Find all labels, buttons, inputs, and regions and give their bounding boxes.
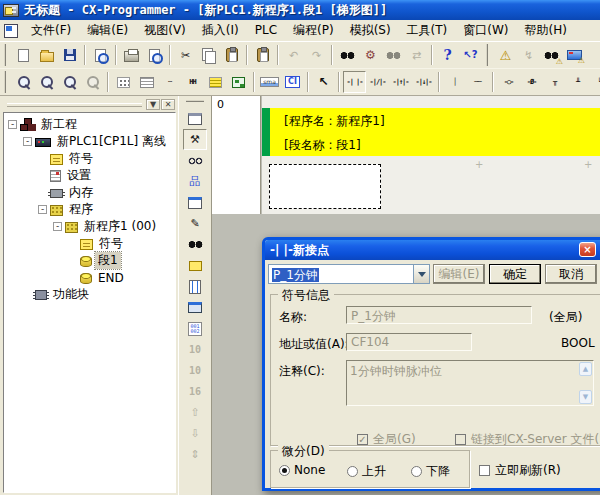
- show-rung-numbers-button[interactable]: 001 002: [183, 318, 207, 339]
- tree-item-symbols[interactable]: 符号: [4, 150, 175, 167]
- contact-name-combobox[interactable]: P_1分钟: [268, 264, 430, 284]
- paste-program-button[interactable]: [251, 44, 274, 66]
- cascade-windows-button[interactable]: [183, 108, 207, 129]
- menu-edit[interactable]: 编辑(E): [79, 21, 136, 39]
- toggle-grid-button[interactable]: [112, 71, 135, 93]
- zoom-to-fit-button[interactable]: [12, 71, 35, 93]
- differential-group: 微分(D) None 上升 下降: [270, 450, 470, 488]
- tree-item-function-blocks[interactable]: 功能块: [4, 286, 175, 303]
- change-address-button[interactable]: ⚙: [359, 44, 382, 66]
- tree-item-end[interactable]: END: [4, 269, 175, 286]
- new-project-button[interactable]: [12, 44, 35, 66]
- menu-insert[interactable]: 插入(I): [194, 21, 247, 39]
- menu-program[interactable]: 编程(P): [285, 21, 342, 39]
- differential-up-radio[interactable]: 上升: [347, 463, 386, 480]
- tree-item-memory[interactable]: 内存: [4, 184, 175, 201]
- expander-program1[interactable]: -: [53, 222, 62, 231]
- tree-item-programs[interactable]: -程序: [4, 201, 175, 218]
- tree-item-section1[interactable]: 段1: [4, 252, 175, 269]
- menu-plc[interactable]: PLC: [247, 21, 285, 39]
- save-project-button[interactable]: [58, 44, 81, 66]
- help-button[interactable]: ?: [436, 44, 459, 66]
- new-coil-button[interactable]: -○-: [497, 71, 520, 93]
- page-setup-button[interactable]: [89, 44, 112, 66]
- menu-view[interactable]: 视图(V): [136, 21, 194, 39]
- tree-item-program1[interactable]: -新程序1 (00): [4, 218, 175, 235]
- menu-window[interactable]: 窗口(W): [455, 21, 516, 39]
- expander-plc[interactable]: -: [23, 137, 32, 146]
- toggle-rung-wrap-button[interactable]: HH: [181, 71, 204, 93]
- toggle-rung-comments-button[interactable]: [135, 71, 158, 93]
- new-contact-button[interactable]: -| |-: [343, 71, 366, 93]
- toggle-annotations-button[interactable]: ┄: [158, 71, 181, 93]
- new-reset-coil-button[interactable]: ╨: [566, 71, 589, 93]
- ladder-page-button[interactable]: [183, 276, 207, 297]
- copy-button[interactable]: [197, 44, 220, 66]
- workspace-gripper[interactable]: [7, 103, 142, 107]
- compile-program-button[interactable]: ⚠: [494, 44, 517, 66]
- toggle-hierarchy-button[interactable]: [227, 71, 250, 93]
- new-horizontal-line-button[interactable]: ──: [466, 71, 489, 93]
- redo-button: ↷: [305, 44, 328, 66]
- tree-item-project[interactable]: -新工程: [4, 116, 175, 133]
- context-help-button[interactable]: ↖?: [459, 44, 482, 66]
- print-preview-button[interactable]: [143, 44, 166, 66]
- section-icon: [80, 273, 92, 284]
- local-symbols-button[interactable]: [183, 255, 207, 276]
- new-contact-falling-button[interactable]: -|↓|-: [412, 71, 435, 93]
- zoom-out-button[interactable]: [58, 71, 81, 93]
- output-window-button[interactable]: [183, 192, 207, 213]
- symbol-lookup-button[interactable]: [183, 234, 207, 255]
- ladder-cursor-cell[interactable]: [269, 164, 381, 209]
- toggle-symbol-bar-button[interactable]: [204, 71, 227, 93]
- print-button[interactable]: [120, 44, 143, 66]
- workspace-dropdown-button[interactable]: ▼: [146, 99, 160, 110]
- workspace-close-button[interactable]: ✕: [161, 99, 175, 110]
- menu-help[interactable]: 帮助(H): [517, 21, 575, 39]
- cross-reference-report-button[interactable]: 品: [183, 171, 207, 192]
- redo-icon: ↷: [312, 50, 321, 61]
- menu-file[interactable]: 文件(F): [23, 21, 79, 39]
- tree-label: 功能块: [50, 286, 92, 303]
- toggle-workspace-button[interactable]: ⚒: [183, 129, 207, 150]
- new-closed-contact-button[interactable]: -|/|-: [366, 71, 389, 93]
- ladder-window-icon[interactable]: [4, 24, 18, 38]
- menu-tools[interactable]: 工具(T): [399, 21, 456, 39]
- section-banner[interactable]: [程序名 : 新程序1] [段名称 : 段1]: [262, 108, 600, 156]
- show-rung-numbers-icon: 001 002: [188, 322, 201, 336]
- new-vertical-line-button[interactable]: │: [443, 71, 466, 93]
- watch-window-button[interactable]: [183, 150, 207, 171]
- differential-none-radio[interactable]: None: [279, 463, 325, 477]
- io-comment-view-button[interactable]: [183, 297, 207, 318]
- cancel-button[interactable]: 取消: [545, 264, 597, 284]
- cross-reference-button[interactable]: CI: [281, 71, 304, 93]
- select-mode-button[interactable]: ↖: [312, 71, 335, 93]
- new-closed-coil-button[interactable]: -Ø-: [520, 71, 543, 93]
- tree-item-plc[interactable]: -新PLC1[CP1L] 离线: [4, 133, 175, 150]
- open-project-button[interactable]: [35, 44, 58, 66]
- dialog-title-bar[interactable]: -| |-新接点 ×: [265, 240, 600, 260]
- new-contact-rising-button[interactable]: -|↑|-: [389, 71, 412, 93]
- tree-item-settings[interactable]: 设置: [4, 167, 175, 184]
- cut-button[interactable]: ✂: [174, 44, 197, 66]
- expander-programs[interactable]: -: [38, 205, 47, 214]
- paste-button[interactable]: [220, 44, 243, 66]
- dialog-close-button[interactable]: ×: [579, 242, 596, 257]
- menu-simulation[interactable]: 模拟(S): [342, 21, 399, 39]
- local-symbols-icon: [189, 261, 202, 271]
- combobox-dropdown-button[interactable]: [413, 265, 429, 283]
- transfer-monitor-button[interactable]: [563, 44, 586, 66]
- differential-down-radio[interactable]: 下降: [411, 463, 450, 480]
- ok-button[interactable]: 确定: [489, 264, 541, 284]
- zoom-in-button[interactable]: [35, 71, 58, 93]
- properties-button[interactable]: ✎: [183, 213, 207, 234]
- separator: [84, 45, 86, 65]
- new-set-coil-button[interactable]: ╥: [543, 71, 566, 93]
- mnemonic-view-button[interactable]: sma: [258, 71, 281, 93]
- find-button[interactable]: [336, 44, 359, 66]
- immediate-refresh-checkbox[interactable]: 立即刷新(R): [479, 462, 561, 479]
- expander-project[interactable]: -: [8, 120, 17, 129]
- compile-all-report-button[interactable]: [540, 44, 563, 66]
- tree-item-program1-symbols[interactable]: 符号: [4, 235, 175, 252]
- new-instruction-button[interactable]: └┐: [589, 71, 600, 93]
